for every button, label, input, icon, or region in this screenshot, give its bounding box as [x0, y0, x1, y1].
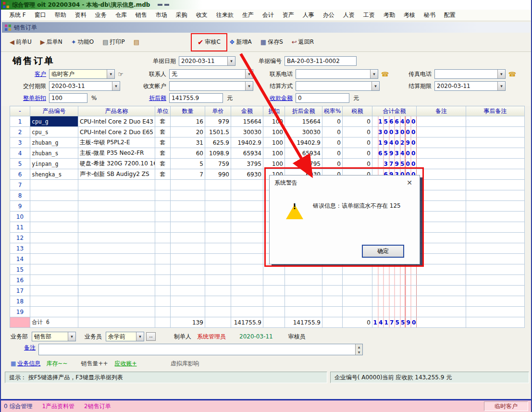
grid-cell[interactable]: 65934: [231, 148, 263, 159]
grid-cell[interactable]: 60: [171, 148, 205, 159]
taskbar-item[interactable]: 2销售订单: [84, 402, 111, 411]
grid-cell[interactable]: [343, 307, 372, 317]
grid-cell[interactable]: 套: [155, 148, 171, 159]
grid-cell[interactable]: [231, 254, 263, 264]
customer-label[interactable]: 客户: [1, 70, 49, 78]
grid-cell[interactable]: [171, 264, 205, 275]
menu-item[interactable]: 资产: [278, 10, 298, 20]
grid-cell[interactable]: [155, 212, 171, 222]
grid-cell[interactable]: 139: [171, 317, 205, 328]
grid-cell[interactable]: 7: [171, 169, 205, 180]
grid-cell[interactable]: [205, 317, 231, 328]
grid-cell[interactable]: [205, 201, 231, 212]
grid-cell[interactable]: [322, 286, 343, 296]
grid-cell[interactable]: [78, 254, 155, 264]
grid-cell[interactable]: 套: [155, 127, 171, 137]
grid-cell[interactable]: 0: [343, 148, 372, 159]
grid-cell[interactable]: [285, 286, 322, 296]
grid-cell[interactable]: [466, 317, 525, 328]
menu-item[interactable]: 仓库: [111, 10, 131, 20]
window-controls[interactable]: [158, 4, 169, 6]
menu-item[interactable]: 资料: [71, 10, 91, 20]
grid-cell[interactable]: [417, 275, 466, 286]
grid-cell[interactable]: [78, 296, 155, 307]
grid-cell[interactable]: 套: [155, 116, 171, 127]
grid-cell[interactable]: 100: [263, 137, 285, 148]
menu-item[interactable]: 业务: [91, 10, 111, 20]
grid-cell[interactable]: 20: [171, 127, 205, 137]
grid-cell[interactable]: [155, 296, 171, 307]
grid-cell[interactable]: [155, 264, 171, 275]
grid-cell[interactable]: [155, 317, 171, 328]
grid-cell[interactable]: cpu_g: [30, 116, 78, 127]
grid-cell[interactable]: [417, 264, 466, 275]
column-header[interactable]: 合计金额: [372, 106, 417, 116]
grid-cell[interactable]: [155, 222, 171, 233]
grid-cell[interactable]: 3003000: [372, 127, 417, 137]
toolbar-button-next-doc[interactable]: ▶后单N: [37, 36, 65, 48]
grid-cell[interactable]: [466, 212, 525, 222]
grid-cell[interactable]: [263, 286, 285, 296]
grid-cell[interactable]: [231, 201, 263, 212]
grid-cell[interactable]: 声卡-创新 SB Audigy2 ZS: [78, 169, 155, 180]
grid-cell[interactable]: [78, 307, 155, 317]
menu-item[interactable]: 配置: [440, 10, 460, 20]
column-header[interactable]: -: [10, 106, 30, 116]
grid-cell[interactable]: [466, 233, 525, 243]
grid-cell[interactable]: [155, 190, 171, 201]
grid-cell[interactable]: [263, 264, 285, 275]
grid-cell[interactable]: [30, 222, 78, 233]
grid-cell[interactable]: 主板-微星 P35 Neo2-FR: [78, 148, 155, 159]
after-discount-input[interactable]: 141755.9: [169, 93, 223, 103]
dept-combo[interactable]: 销售部 ▾: [32, 332, 76, 341]
row-number-cell[interactable]: 10: [10, 212, 30, 222]
doc-no-input[interactable]: BA-20-03-11-0002: [285, 56, 357, 66]
grid-cell[interactable]: [78, 317, 155, 328]
chevron-down-icon[interactable]: ▾: [245, 82, 253, 90]
grid-cell[interactable]: [155, 286, 171, 296]
grid-cell[interactable]: [466, 127, 525, 137]
grid-cell[interactable]: [417, 180, 466, 190]
footer-link[interactable]: 库存~~: [46, 360, 67, 368]
grid-cell[interactable]: 0: [322, 127, 343, 137]
grid-cell[interactable]: [231, 243, 263, 254]
row-number-cell[interactable]: 12: [10, 233, 30, 243]
footer-link[interactable]: 虚拟库影响: [171, 360, 199, 368]
grid-cell[interactable]: [171, 212, 205, 222]
menu-item[interactable]: 销售: [131, 10, 151, 20]
grid-cell[interactable]: 合计 6: [30, 317, 78, 328]
spin-down-icon[interactable]: ▼: [358, 350, 360, 354]
grid-cell[interactable]: [155, 201, 171, 212]
salesman-combo[interactable]: 余学前 ▾: [106, 332, 144, 341]
whole-discount-input[interactable]: 100: [49, 93, 87, 103]
grid-cell[interactable]: 3795: [231, 159, 263, 169]
grid-cell[interactable]: [171, 222, 205, 233]
grid-cell[interactable]: 1940290: [372, 137, 417, 148]
grid-cell[interactable]: [417, 254, 466, 264]
grid-cell[interactable]: [417, 148, 466, 159]
grid-cell[interactable]: 0: [343, 317, 372, 328]
grid-cell[interactable]: [205, 222, 231, 233]
grid-cell[interactable]: [155, 233, 171, 243]
column-header[interactable]: 数量: [171, 106, 205, 116]
grid-cell[interactable]: 141755.9: [231, 317, 263, 328]
grid-cell[interactable]: [78, 212, 155, 222]
grid-cell[interactable]: [417, 296, 466, 307]
grid-cell[interactable]: [78, 180, 155, 190]
grid-cell[interactable]: 0: [343, 116, 372, 127]
grid-cell[interactable]: [466, 201, 525, 212]
grid-cell[interactable]: [322, 275, 343, 286]
column-header[interactable]: 单价: [205, 106, 231, 116]
row-number-cell[interactable]: 16: [10, 275, 30, 286]
toolbar-button-save[interactable]: ▦保存S: [258, 36, 286, 48]
grid-cell[interactable]: zhuban_g: [30, 137, 78, 148]
row-number-cell[interactable]: 13: [10, 243, 30, 254]
grid-cell[interactable]: 1501.5: [205, 127, 231, 137]
grid-cell[interactable]: [466, 296, 525, 307]
row-number-cell[interactable]: 1: [10, 116, 30, 127]
close-icon[interactable]: ✕: [404, 179, 415, 187]
grid-cell[interactable]: 979: [205, 116, 231, 127]
grid-cell[interactable]: [155, 254, 171, 264]
grid-cell[interactable]: 30030: [231, 127, 263, 137]
grid-cell[interactable]: [30, 286, 78, 296]
